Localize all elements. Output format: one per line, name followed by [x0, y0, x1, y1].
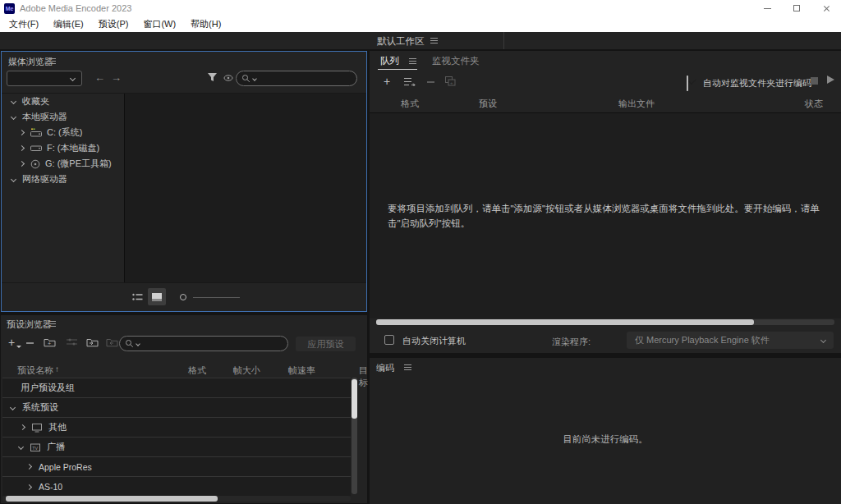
preset-row-label: 其他	[48, 421, 67, 433]
export-preset-icon[interactable]	[106, 337, 118, 347]
start-queue-button[interactable]	[827, 76, 834, 84]
preset-browser-menu-icon[interactable]	[48, 321, 56, 327]
preset-browser-title: 预设浏览器	[7, 318, 52, 331]
preset-row-label: 用户预设及组	[21, 382, 75, 394]
list-view-icon[interactable]	[132, 293, 143, 301]
forward-icon[interactable]: →	[111, 71, 122, 84]
renderer-label: 渲染程序:	[552, 336, 591, 348]
tree-item-label: C: (系统)	[47, 126, 82, 139]
queue-panel: 队列 监视文件夹 + + 自动对监视文件夹进行编码 格式 预设 输出文件 状态 …	[370, 51, 841, 353]
preset-row-user-presets[interactable]: 用户预设及组	[2, 378, 351, 398]
zoom-slider-knob[interactable]	[180, 294, 186, 300]
zoom-slider-track[interactable]	[193, 297, 240, 298]
chevron-right-icon[interactable]	[19, 145, 25, 151]
menubar: 文件(F) 编辑(E) 预设(P) 窗口(W) 帮助(H)	[0, 16, 841, 32]
preset-vertical-scrollbar[interactable]	[352, 378, 357, 494]
create-preset-button[interactable]: +	[8, 337, 15, 348]
workspace-label[interactable]: 默认工作区	[377, 35, 425, 48]
active-tab-underline	[378, 69, 417, 70]
chevron-right-icon[interactable]	[26, 464, 32, 470]
tree-item-label: G: (微PE工具箱)	[45, 158, 112, 170]
encoding-menu-icon[interactable]	[404, 364, 411, 370]
preset-search-input[interactable]	[119, 336, 288, 351]
chevron-right-icon[interactable]	[26, 483, 32, 489]
window-title: Adobe Media Encoder 2023	[20, 3, 131, 13]
queue-menu-icon[interactable]	[409, 58, 416, 64]
menu-help[interactable]: 帮助(H)	[183, 18, 228, 30]
back-icon[interactable]: ←	[94, 71, 105, 84]
chevron-right-icon[interactable]	[19, 130, 25, 135]
chevron-down-icon[interactable]	[10, 405, 16, 410]
column-status: 状态	[805, 98, 823, 110]
chevron-down-icon[interactable]	[11, 176, 16, 182]
add-source-button[interactable]: +	[384, 76, 390, 87]
import-preset-icon[interactable]	[86, 337, 99, 347]
preset-row-other[interactable]: 其他	[2, 418, 351, 438]
thumbnail-view-button[interactable]	[148, 288, 166, 305]
remove-button[interactable]	[427, 81, 434, 83]
new-preset-group-icon[interactable]: +	[44, 337, 56, 347]
tree-item-favorites[interactable]: 收藏夹	[2, 94, 124, 109]
renderer-dropdown[interactable]: 仅 Mercury Playback Engine 软件	[627, 332, 834, 349]
preset-settings-icon[interactable]	[67, 338, 77, 346]
eye-icon[interactable]	[223, 74, 233, 82]
queue-drop-area[interactable]: 要将项目添加到队列，请单击"添加源"按钮或者从媒体浏览器或桌面将文件拖到此处。要…	[370, 112, 841, 318]
chevron-down-icon[interactable]	[11, 114, 16, 120]
column-preset-name[interactable]: 预设名称	[17, 364, 53, 377]
apply-preset-button[interactable]: 应用预设	[296, 337, 356, 351]
minimize-icon	[764, 8, 771, 9]
preset-row-broadcast[interactable]: TV 广播	[2, 438, 351, 457]
create-preset-caret-icon	[16, 346, 21, 348]
media-browser-menu-icon[interactable]	[48, 58, 56, 64]
minimize-button[interactable]	[752, 0, 782, 16]
chevron-down-icon	[136, 341, 140, 346]
menu-file[interactable]: 文件(F)	[2, 18, 46, 30]
app-icon: Me	[4, 3, 15, 14]
chevron-right-icon[interactable]	[20, 424, 25, 430]
monitor-icon	[31, 423, 43, 433]
media-browser-title: 媒体浏览器	[8, 56, 53, 68]
preset-horizontal-scrollbar[interactable]	[2, 496, 351, 502]
column-format: 格式	[188, 364, 206, 377]
tab-watch-folders[interactable]: 监视文件夹	[432, 55, 480, 67]
preset-row-apple-prores[interactable]: Apple ProRes	[2, 457, 351, 477]
media-search-input[interactable]	[236, 71, 357, 86]
close-button[interactable]	[811, 0, 841, 16]
auto-shutdown-checkbox[interactable]	[384, 335, 394, 345]
scrollbar-thumb[interactable]	[6, 496, 218, 502]
chevron-down-icon[interactable]	[18, 444, 24, 450]
scrollbar-thumb[interactable]	[376, 319, 754, 325]
menu-edit[interactable]: 编辑(E)	[46, 18, 91, 30]
queue-horizontal-scrollbar[interactable]	[376, 319, 834, 325]
tree-item-network-drives[interactable]: 网络驱动器	[2, 172, 124, 187]
chevron-down-icon[interactable]	[11, 99, 16, 104]
media-browser-bottom-bar	[2, 282, 366, 311]
tree-item-local-drives[interactable]: 本地驱动器	[2, 109, 124, 125]
preset-row-label: 系统预设	[22, 401, 58, 414]
chevron-right-icon[interactable]	[19, 161, 25, 167]
tree-item-drive-f[interactable]: F: (本地磁盘)	[2, 140, 124, 156]
preset-row-as10[interactable]: AS-10	[2, 477, 351, 497]
auto-watch-checkbox[interactable]	[687, 76, 688, 91]
tab-queue[interactable]: 队列	[380, 55, 399, 67]
tree-item-drive-c[interactable]: C: (系统)	[2, 125, 124, 140]
menu-preset[interactable]: 预设(P)	[91, 18, 136, 30]
scrollbar-thumb[interactable]	[352, 379, 357, 419]
sort-ascending-icon[interactable]: ↑	[55, 364, 59, 373]
media-content-area[interactable]	[124, 94, 366, 282]
chevron-down-icon	[252, 76, 257, 81]
location-dropdown[interactable]	[7, 71, 82, 86]
maximize-button[interactable]	[782, 0, 811, 16]
tree-item-drive-g[interactable]: G: (微PE工具箱)	[2, 156, 124, 172]
workspace-menu-icon[interactable]	[430, 38, 438, 44]
add-output-icon[interactable]	[404, 77, 416, 86]
duplicate-icon[interactable]: +	[445, 76, 456, 86]
filter-icon[interactable]	[207, 72, 218, 82]
media-browser-panel: 媒体浏览器 ← → 收藏夹	[1, 51, 367, 312]
menu-window[interactable]: 窗口(W)	[136, 18, 183, 30]
stop-button[interactable]	[811, 77, 818, 85]
column-format: 格式	[401, 98, 419, 110]
preset-row-system-presets[interactable]: 系统预设	[2, 398, 351, 418]
chevron-down-icon	[820, 337, 826, 343]
delete-preset-button[interactable]	[26, 342, 34, 344]
